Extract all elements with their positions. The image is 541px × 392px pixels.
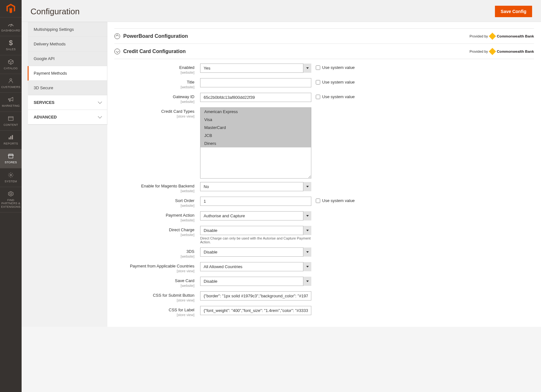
field-label: 3DS xyxy=(114,249,194,254)
use-system-label: Use system value xyxy=(322,65,355,70)
field-scope: [website] xyxy=(181,189,194,193)
section-powerboard[interactable]: PowerBoard Configuration Provided by Com… xyxy=(114,29,534,44)
field-title: Title [website] Use system value xyxy=(114,78,534,89)
field-save-card: Save Card [website] Disable xyxy=(114,277,534,288)
sidebar-item-sales[interactable]: $ SALES xyxy=(0,36,22,55)
field-label: CSS for Submit Button xyxy=(114,293,194,298)
provided-by-text: Provided by xyxy=(470,34,488,38)
field-scope: [website] xyxy=(181,204,194,207)
reports-icon xyxy=(8,134,14,141)
config-nav: Multishipping Settings Delivery Methods … xyxy=(22,22,107,327)
page-header: Configuration Save Config xyxy=(22,0,541,22)
sort-order-input[interactable] xyxy=(200,197,311,206)
field-css-submit: CSS for Submit Button [store view] xyxy=(114,291,534,302)
use-system-checkbox[interactable] xyxy=(316,65,320,70)
field-label: Direct Charge xyxy=(114,227,194,232)
field-3ds: 3DS [website] Disable xyxy=(114,247,534,259)
field-scope: [store view] xyxy=(177,269,194,273)
config-tab-payment-methods[interactable]: Payment Methods xyxy=(28,66,107,81)
sidebar-label: SYSTEM xyxy=(5,180,17,183)
field-label: Title xyxy=(114,80,194,84)
save-card-select[interactable]: Disable xyxy=(200,277,311,286)
direct-charge-note: Direct Charge can only be used with the … xyxy=(200,236,311,244)
field-scope: [store view] xyxy=(177,313,194,317)
field-label: Payment Action xyxy=(114,213,194,218)
option-visa[interactable]: Visa xyxy=(200,116,311,124)
three-ds-select[interactable]: Disable xyxy=(200,247,311,257)
option-jcb[interactable]: JCB xyxy=(200,132,311,139)
title-input[interactable] xyxy=(200,78,311,87)
sidebar-item-system[interactable]: SYSTEM xyxy=(0,168,22,187)
field-scope: [website] xyxy=(181,218,194,222)
sidebar-item-reports[interactable]: REPORTS xyxy=(0,131,22,149)
field-scope: [website] xyxy=(181,71,194,74)
diamond-icon xyxy=(489,48,496,55)
magento-logo[interactable] xyxy=(0,0,22,17)
payment-action-select[interactable]: Authorise and Capture xyxy=(200,211,311,220)
svg-rect-5 xyxy=(10,136,11,139)
collapse-icon[interactable] xyxy=(114,49,120,54)
save-config-button[interactable]: Save Config xyxy=(495,6,532,17)
config-group-label: SERVICES xyxy=(34,100,55,105)
credit-card-form: Enabled [website] Yes Use system value xyxy=(114,59,534,317)
use-system-checkbox[interactable] xyxy=(316,199,320,203)
card-types-multiselect[interactable]: American Express Visa MasterCard JCB Din… xyxy=(200,107,311,179)
config-group-advanced[interactable]: ADVANCED xyxy=(28,110,107,125)
brand-text: Commonwealth Bank xyxy=(497,34,534,38)
config-tab-delivery-methods[interactable]: Delivery Methods xyxy=(28,37,107,51)
option-amex[interactable]: American Express xyxy=(200,108,311,116)
field-sort-order: Sort Order [website] Use system value xyxy=(114,197,534,208)
field-scope: [store view] xyxy=(177,298,194,302)
chevron-down-icon xyxy=(98,115,101,119)
sidebar-item-customers[interactable]: CUSTOMERS xyxy=(0,74,22,93)
config-tab-multishipping[interactable]: Multishipping Settings xyxy=(28,22,107,37)
direct-charge-select[interactable]: Disable xyxy=(200,226,311,235)
field-scope: [store view] xyxy=(177,114,194,118)
section-title: PowerBoard Configuration xyxy=(123,33,188,39)
partners-icon xyxy=(8,190,14,197)
field-label: Save Card xyxy=(114,278,194,283)
config-tab-3d-secure[interactable]: 3D Secure xyxy=(28,81,107,95)
use-system-checkbox[interactable] xyxy=(316,80,320,84)
config-content: PowerBoard Configuration Provided by Com… xyxy=(107,22,541,327)
admin-sidebar: DASHBOARD $ SALES CATALOG CUSTOMERS MARK… xyxy=(0,0,22,327)
sidebar-label: REPORTS xyxy=(3,142,18,145)
sidebar-label: CONTENT xyxy=(3,123,18,126)
field-payment-action: Payment Action [website] Authorise and C… xyxy=(114,211,534,222)
field-gateway-id: Gateway ID [website] Use system value xyxy=(114,93,534,104)
use-system-label: Use system value xyxy=(322,80,355,84)
sidebar-label: DASHBOARD xyxy=(1,29,20,32)
config-tab-google-api[interactable]: Google API xyxy=(28,51,107,66)
config-group-label: ADVANCED xyxy=(34,115,57,119)
field-label: CSS for Label xyxy=(114,308,194,312)
section-credit-card[interactable]: Credit Card Configuration Provided by Co… xyxy=(114,44,534,59)
sidebar-item-marketing[interactable]: MARKETING xyxy=(0,93,22,112)
expand-icon[interactable] xyxy=(114,33,120,39)
option-diners[interactable]: Diners xyxy=(200,139,311,147)
stores-icon xyxy=(8,152,14,159)
section-title: Credit Card Configuration xyxy=(123,49,186,54)
field-label: Gateway ID xyxy=(114,94,194,99)
backend-enable-select[interactable]: No xyxy=(200,182,311,191)
svg-point-1 xyxy=(10,78,12,80)
sidebar-item-dashboard[interactable]: DASHBOARD xyxy=(0,17,22,36)
option-mastercard[interactable]: MasterCard xyxy=(200,124,311,132)
use-system-checkbox[interactable] xyxy=(316,95,320,99)
gateway-id-input[interactable] xyxy=(200,93,311,102)
field-label: Enable for Magento Backend xyxy=(114,184,194,188)
sidebar-item-stores[interactable]: STORES xyxy=(0,149,22,168)
catalog-icon xyxy=(8,58,14,65)
css-label-input[interactable] xyxy=(200,306,311,315)
field-scope: [website] xyxy=(181,85,194,89)
provided-by-text: Provided by xyxy=(470,50,488,53)
enabled-select[interactable]: Yes xyxy=(200,64,311,73)
css-submit-input[interactable] xyxy=(200,291,311,301)
provided-by: Provided by Commonwealth Bank xyxy=(470,49,534,54)
sidebar-label: STORES xyxy=(5,161,17,164)
config-group-services[interactable]: SERVICES xyxy=(28,95,107,110)
sidebar-item-partners[interactable]: FIND PARTNERS & EXTENSIONS xyxy=(0,187,22,213)
svg-point-0 xyxy=(10,26,11,27)
sidebar-item-content[interactable]: CONTENT xyxy=(0,112,22,131)
applicable-countries-select[interactable]: All Allowed Countries xyxy=(200,262,311,271)
sidebar-item-catalog[interactable]: CATALOG xyxy=(0,55,22,74)
